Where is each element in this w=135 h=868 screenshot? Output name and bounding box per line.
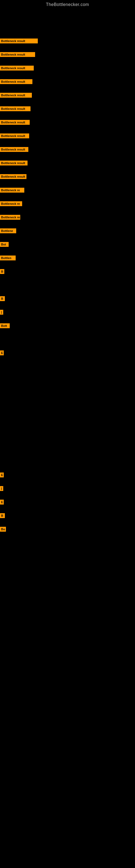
bottleneck-bar-9: Bottleneck result xyxy=(0,161,28,165)
bottleneck-bar-21: E xyxy=(0,350,4,355)
bottleneck-bar-23: | xyxy=(0,486,3,491)
bottleneck-bar-20: Bott xyxy=(0,323,10,328)
bottleneck-bar-12: Bottleneck re xyxy=(0,201,22,206)
bottleneck-bar-11: Bottleneck re xyxy=(0,188,24,193)
bottleneck-bar-24: E xyxy=(0,500,4,504)
bottleneck-bar-18: B xyxy=(0,296,5,301)
bottleneck-bar-8: Bottleneck result xyxy=(0,147,28,152)
bottleneck-bar-16: Bottlen xyxy=(0,255,16,260)
bottleneck-bar-13: Bottleneck re xyxy=(0,215,20,220)
bottleneck-bar-2: Bottleneck result xyxy=(0,66,34,70)
bottleneck-bar-10: Bottleneck result xyxy=(0,174,27,179)
bottleneck-bar-17: B xyxy=(0,269,4,274)
bottleneck-bar-7: Bottleneck result xyxy=(0,133,29,138)
bottleneck-bar-15: Bot xyxy=(0,242,9,247)
site-title: TheBottlenecker.com xyxy=(0,0,135,8)
bottleneck-bar-5: Bottleneck result xyxy=(0,106,31,111)
bottleneck-bar-26: Bo xyxy=(0,527,6,532)
bottleneck-bar-6: Bottleneck result xyxy=(0,120,30,125)
bottleneck-bar-3: Bottleneck result xyxy=(0,79,32,84)
bottleneck-bar-22: E xyxy=(0,472,4,477)
bottleneck-bar-14: Bottlene xyxy=(0,228,16,233)
bottleneck-bar-4: Bottleneck result xyxy=(0,93,32,98)
bottleneck-bar-1: Bottleneck result xyxy=(0,52,35,57)
bottleneck-bar-19: | xyxy=(0,310,3,315)
bottleneck-bar-25: B xyxy=(0,513,5,518)
bottleneck-bar-0: Bottleneck result xyxy=(0,38,38,43)
